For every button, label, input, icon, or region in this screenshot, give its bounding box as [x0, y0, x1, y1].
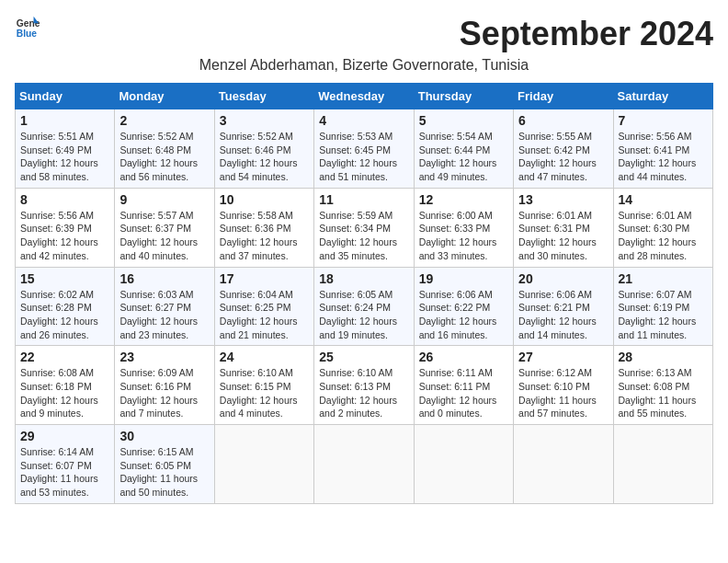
day-number: 8	[20, 192, 109, 207]
table-row: 5Sunrise: 5:54 AM Sunset: 6:44 PM Daylig…	[414, 109, 513, 189]
day-info: Sunrise: 6:00 AM Sunset: 6:33 PM Dayligh…	[419, 209, 508, 263]
day-info: Sunrise: 5:52 AM Sunset: 6:48 PM Dayligh…	[119, 130, 209, 184]
day-number: 7	[619, 113, 708, 128]
day-number: 28	[619, 350, 708, 364]
table-row: 16Sunrise: 6:03 AM Sunset: 6:27 PM Dayli…	[115, 267, 214, 346]
day-number: 20	[518, 271, 608, 286]
table-row	[414, 425, 513, 504]
table-row: 15Sunrise: 6:02 AM Sunset: 6:28 PM Dayli…	[16, 267, 115, 346]
day-number: 21	[619, 271, 708, 286]
day-info: Sunrise: 5:55 AM Sunset: 6:42 PM Dayligh…	[518, 130, 608, 184]
table-row: 20Sunrise: 6:06 AM Sunset: 6:21 PM Dayli…	[514, 267, 613, 346]
day-number: 26	[419, 350, 508, 364]
table-row: 6Sunrise: 5:55 AM Sunset: 6:42 PM Daylig…	[514, 109, 613, 189]
day-info: Sunrise: 6:10 AM Sunset: 6:15 PM Dayligh…	[220, 366, 309, 420]
day-info: Sunrise: 6:13 AM Sunset: 6:08 PM Dayligh…	[619, 366, 708, 420]
day-number: 18	[319, 271, 408, 286]
day-number: 10	[220, 192, 309, 207]
calendar-row: 22Sunrise: 6:08 AM Sunset: 6:18 PM Dayli…	[16, 346, 713, 425]
table-row	[314, 425, 414, 504]
day-info: Sunrise: 6:06 AM Sunset: 6:22 PM Dayligh…	[419, 288, 508, 342]
table-row	[514, 425, 613, 504]
day-info: Sunrise: 5:54 AM Sunset: 6:44 PM Dayligh…	[419, 130, 508, 184]
day-info: Sunrise: 5:56 AM Sunset: 6:41 PM Dayligh…	[619, 130, 708, 184]
table-row: 10Sunrise: 5:58 AM Sunset: 6:36 PM Dayli…	[214, 188, 313, 267]
day-number: 27	[518, 350, 608, 364]
table-row: 29Sunrise: 6:14 AM Sunset: 6:07 PM Dayli…	[16, 425, 115, 504]
day-number: 23	[119, 350, 209, 364]
day-number: 19	[419, 271, 508, 286]
svg-text:Blue: Blue	[17, 29, 38, 39]
table-row: 1Sunrise: 5:51 AM Sunset: 6:49 PM Daylig…	[16, 109, 115, 189]
calendar-row: 1Sunrise: 5:51 AM Sunset: 6:49 PM Daylig…	[16, 109, 713, 189]
day-info: Sunrise: 6:05 AM Sunset: 6:24 PM Dayligh…	[319, 288, 408, 342]
page-header: General Blue September 2024	[15, 15, 713, 53]
day-number: 22	[20, 350, 109, 364]
table-row: 25Sunrise: 6:10 AM Sunset: 6:13 PM Dayli…	[314, 346, 414, 425]
day-info: Sunrise: 6:10 AM Sunset: 6:13 PM Dayligh…	[319, 366, 408, 420]
table-row: 23Sunrise: 6:09 AM Sunset: 6:16 PM Dayli…	[115, 346, 214, 425]
col-saturday: Saturday	[613, 84, 712, 109]
table-row: 3Sunrise: 5:52 AM Sunset: 6:46 PM Daylig…	[214, 109, 313, 189]
table-row: 14Sunrise: 6:01 AM Sunset: 6:30 PM Dayli…	[613, 188, 712, 267]
table-row: 27Sunrise: 6:12 AM Sunset: 6:10 PM Dayli…	[514, 346, 613, 425]
day-info: Sunrise: 5:51 AM Sunset: 6:49 PM Dayligh…	[20, 130, 109, 184]
header-row: Sunday Monday Tuesday Wednesday Thursday…	[16, 84, 713, 109]
day-number: 13	[518, 192, 608, 207]
day-info: Sunrise: 5:57 AM Sunset: 6:37 PM Dayligh…	[119, 209, 209, 263]
table-row: 7Sunrise: 5:56 AM Sunset: 6:41 PM Daylig…	[613, 109, 712, 189]
day-info: Sunrise: 6:03 AM Sunset: 6:27 PM Dayligh…	[119, 288, 209, 342]
table-row: 19Sunrise: 6:06 AM Sunset: 6:22 PM Dayli…	[414, 267, 513, 346]
svg-text:General: General	[17, 18, 40, 29]
day-number: 14	[619, 192, 708, 207]
day-number: 2	[119, 113, 209, 128]
day-number: 16	[119, 271, 209, 286]
col-thursday: Thursday	[414, 84, 513, 109]
table-row: 11Sunrise: 5:59 AM Sunset: 6:34 PM Dayli…	[314, 188, 414, 267]
day-number: 3	[220, 113, 309, 128]
day-info: Sunrise: 6:09 AM Sunset: 6:16 PM Dayligh…	[119, 366, 209, 420]
table-row: 12Sunrise: 6:00 AM Sunset: 6:33 PM Dayli…	[414, 188, 513, 267]
day-number: 29	[20, 429, 109, 443]
table-row: 9Sunrise: 5:57 AM Sunset: 6:37 PM Daylig…	[115, 188, 214, 267]
calendar-row: 8Sunrise: 5:56 AM Sunset: 6:39 PM Daylig…	[16, 188, 713, 267]
day-info: Sunrise: 6:14 AM Sunset: 6:07 PM Dayligh…	[20, 445, 109, 500]
day-info: Sunrise: 5:56 AM Sunset: 6:39 PM Dayligh…	[20, 209, 109, 263]
table-row: 24Sunrise: 6:10 AM Sunset: 6:15 PM Dayli…	[214, 346, 313, 425]
day-number: 15	[20, 271, 109, 286]
table-row	[613, 425, 712, 504]
day-info: Sunrise: 6:04 AM Sunset: 6:25 PM Dayligh…	[220, 288, 309, 342]
logo-icon: General Blue	[15, 15, 40, 40]
table-row: 13Sunrise: 6:01 AM Sunset: 6:31 PM Dayli…	[514, 188, 613, 267]
day-number: 12	[419, 192, 508, 207]
table-row: 21Sunrise: 6:07 AM Sunset: 6:19 PM Dayli…	[613, 267, 712, 346]
day-number: 9	[119, 192, 209, 207]
day-number: 24	[220, 350, 309, 364]
day-info: Sunrise: 5:53 AM Sunset: 6:45 PM Dayligh…	[319, 130, 408, 184]
table-row: 18Sunrise: 6:05 AM Sunset: 6:24 PM Dayli…	[314, 267, 414, 346]
day-info: Sunrise: 6:02 AM Sunset: 6:28 PM Dayligh…	[20, 288, 109, 342]
day-info: Sunrise: 6:12 AM Sunset: 6:10 PM Dayligh…	[518, 366, 608, 420]
table-row: 22Sunrise: 6:08 AM Sunset: 6:18 PM Dayli…	[16, 346, 115, 425]
page-subtitle: Menzel Abderhaman, Bizerte Governorate, …	[15, 57, 713, 74]
day-number: 17	[220, 271, 309, 286]
day-number: 30	[119, 429, 209, 443]
table-row: 17Sunrise: 6:04 AM Sunset: 6:25 PM Dayli…	[214, 267, 313, 346]
col-sunday: Sunday	[16, 84, 115, 109]
day-info: Sunrise: 5:58 AM Sunset: 6:36 PM Dayligh…	[220, 209, 309, 263]
table-row	[214, 425, 313, 504]
day-info: Sunrise: 6:01 AM Sunset: 6:31 PM Dayligh…	[518, 209, 608, 263]
day-info: Sunrise: 6:08 AM Sunset: 6:18 PM Dayligh…	[20, 366, 109, 420]
day-info: Sunrise: 5:52 AM Sunset: 6:46 PM Dayligh…	[220, 130, 309, 184]
calendar-row: 29Sunrise: 6:14 AM Sunset: 6:07 PM Dayli…	[16, 425, 713, 504]
col-friday: Friday	[514, 84, 613, 109]
table-row: 30Sunrise: 6:15 AM Sunset: 6:05 PM Dayli…	[115, 425, 214, 504]
day-number: 1	[20, 113, 109, 128]
day-number: 5	[419, 113, 508, 128]
table-row: 28Sunrise: 6:13 AM Sunset: 6:08 PM Dayli…	[613, 346, 712, 425]
day-info: Sunrise: 6:11 AM Sunset: 6:11 PM Dayligh…	[419, 366, 508, 420]
table-row: 8Sunrise: 5:56 AM Sunset: 6:39 PM Daylig…	[16, 188, 115, 267]
day-info: Sunrise: 6:15 AM Sunset: 6:05 PM Dayligh…	[119, 445, 209, 500]
day-info: Sunrise: 5:59 AM Sunset: 6:34 PM Dayligh…	[319, 209, 408, 263]
col-tuesday: Tuesday	[214, 84, 313, 109]
